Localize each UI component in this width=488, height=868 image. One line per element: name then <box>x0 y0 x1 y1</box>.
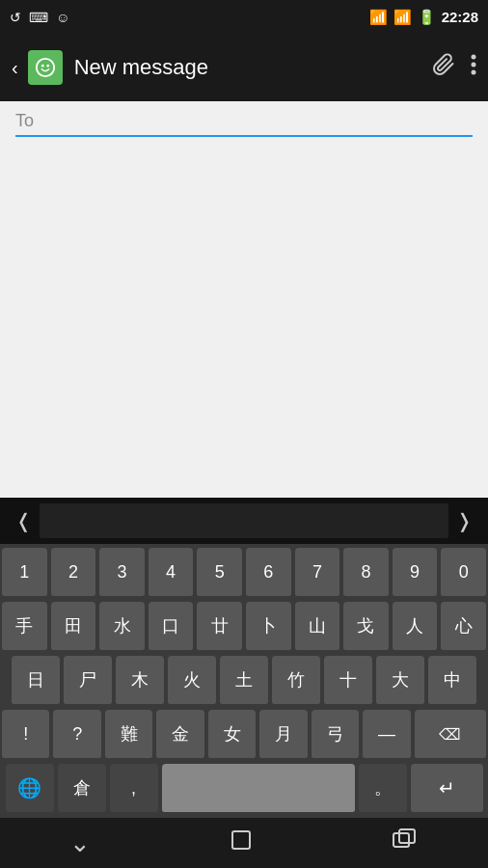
key-7[interactable]: 7 <box>295 548 340 598</box>
key-9[interactable]: 9 <box>393 548 438 598</box>
compose-area: To <box>0 101 488 498</box>
key-1[interactable]: 1 <box>2 548 47 598</box>
svg-point-4 <box>472 63 476 68</box>
key-bu[interactable]: 卜 <box>246 602 291 652</box>
nav-back-icon[interactable]: ⌄ <box>69 828 91 858</box>
key-nian[interactable]: 廿 <box>197 602 242 652</box>
app-bar-actions <box>432 53 476 82</box>
to-label: To <box>15 111 473 131</box>
key-gong[interactable]: 弓 <box>312 710 359 760</box>
key-question[interactable]: ? <box>53 710 100 760</box>
key-yue[interactable]: 月 <box>259 710 307 760</box>
key-5[interactable]: 5 <box>197 548 242 598</box>
keyboard: 1 2 3 4 5 6 7 8 9 0 手 田 水 口 廿 卜 山 戈 人 心 … <box>0 544 488 818</box>
key-period[interactable]: 。 <box>359 764 407 814</box>
candidate-next-arrow[interactable]: ❭ <box>448 509 480 532</box>
status-bar-right: 📶 📶 🔋 22:28 <box>369 9 478 26</box>
key-tu[interactable]: 土 <box>220 656 268 706</box>
attach-icon[interactable] <box>432 53 455 82</box>
key-shou[interactable]: 手 <box>2 602 47 652</box>
key-shui[interactable]: 水 <box>99 602 145 652</box>
more-menu-icon[interactable] <box>471 53 476 82</box>
key-ren[interactable]: 人 <box>393 602 438 652</box>
to-input-underline <box>15 135 473 137</box>
svg-point-5 <box>472 70 476 75</box>
key-mu[interactable]: 木 <box>116 656 164 706</box>
key-row-numbers: 1 2 3 4 5 6 7 8 9 0 <box>2 548 486 598</box>
key-6[interactable]: 6 <box>246 548 291 598</box>
key-globe[interactable]: 🌐 <box>6 764 54 814</box>
refresh-icon: ↺ <box>10 10 21 25</box>
key-0[interactable]: 0 <box>441 548 486 598</box>
key-shi2[interactable]: 十 <box>324 656 372 706</box>
svg-rect-8 <box>399 829 415 843</box>
key-row-bottom: 🌐 倉 , 。 ↵ <box>2 764 486 814</box>
key-3[interactable]: 3 <box>99 548 145 598</box>
svg-point-0 <box>37 59 54 76</box>
key-nv[interactable]: 女 <box>208 710 256 760</box>
key-huo[interactable]: 火 <box>168 656 216 706</box>
key-nan[interactable]: 難 <box>105 710 152 760</box>
emoji-status-icon: ☺ <box>56 10 69 25</box>
key-enter[interactable]: ↵ <box>411 764 483 814</box>
status-bar: ↺ ⌨ ☺ 📶 📶 🔋 22:28 <box>0 0 488 34</box>
key-tian[interactable]: 田 <box>51 602 96 652</box>
key-shi[interactable]: 尸 <box>64 656 112 706</box>
key-cang[interactable]: 倉 <box>58 764 106 814</box>
candidate-prev-arrow[interactable]: ❬ <box>8 509 40 532</box>
key-comma[interactable]: , <box>110 764 158 814</box>
svg-rect-6 <box>232 831 250 849</box>
key-shan[interactable]: 山 <box>295 602 340 652</box>
battery-icon: 🔋 <box>418 9 436 26</box>
key-zhong[interactable]: 中 <box>428 656 476 706</box>
key-exclaim[interactable]: ! <box>2 710 49 760</box>
nav-recents-icon[interactable] <box>392 827 419 858</box>
key-8[interactable]: 8 <box>343 548 389 598</box>
bottom-nav: ⌄ <box>0 818 488 868</box>
svg-point-3 <box>472 55 476 60</box>
signal-icon: 📶 <box>393 9 412 26</box>
wifi-icon: 📶 <box>369 9 388 26</box>
key-jin[interactable]: 金 <box>156 710 203 760</box>
key-4[interactable]: 4 <box>149 548 194 598</box>
svg-rect-7 <box>393 833 409 847</box>
nav-home-icon[interactable] <box>229 827 254 858</box>
page-title: New message <box>74 55 432 80</box>
keyboard-icon: ⌨ <box>29 10 48 25</box>
key-2[interactable]: 2 <box>51 548 96 598</box>
keyboard-area: ❬ ❭ 1 2 3 4 5 6 7 8 9 0 手 田 水 口 廿 卜 山 戈 <box>0 498 488 818</box>
status-bar-left: ↺ ⌨ ☺ <box>10 10 69 25</box>
back-icon[interactable]: ‹ <box>12 57 18 79</box>
delete-key[interactable]: ⌫ <box>415 710 486 760</box>
key-ge[interactable]: 戈 <box>343 602 389 652</box>
key-row-symbols: ! ? 難 金 女 月 弓 — ⌫ <box>2 710 486 760</box>
svg-point-1 <box>41 65 44 68</box>
key-ri[interactable]: 日 <box>12 656 60 706</box>
candidate-content <box>40 503 448 538</box>
key-row-cjk-2: 日 尸 木 火 土 竹 十 大 中 <box>2 656 486 706</box>
key-row-cjk-1: 手 田 水 口 廿 卜 山 戈 人 心 <box>2 602 486 652</box>
candidate-bar: ❬ ❭ <box>0 498 488 544</box>
key-zhu[interactable]: 竹 <box>272 656 320 706</box>
app-bar: ‹ New message <box>0 34 488 101</box>
key-space[interactable] <box>162 764 355 814</box>
key-dash[interactable]: — <box>363 710 410 760</box>
clock: 22:28 <box>442 9 478 25</box>
svg-point-2 <box>46 65 49 68</box>
app-logo-icon <box>28 50 63 85</box>
key-da[interactable]: 大 <box>376 656 424 706</box>
key-xin[interactable]: 心 <box>441 602 486 652</box>
key-kou[interactable]: 口 <box>149 602 194 652</box>
